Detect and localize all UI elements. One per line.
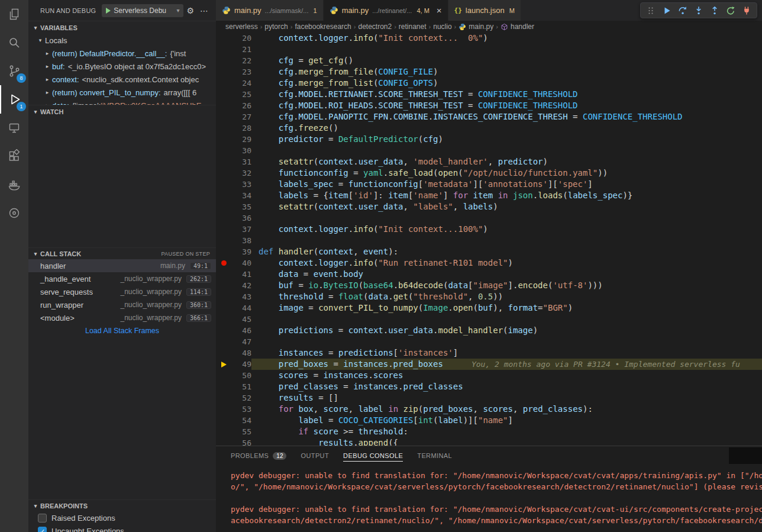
debug-console-output[interactable]: pydev debugger: unable to find translati… — [216, 465, 762, 532]
variable-row[interactable]: ▸(return) convert_PIL_to_numpy:array([[[… — [28, 86, 216, 99]
variable-row[interactable]: ▸data:{'image': 'iVBORw0KGgoAAAANSUhE — [28, 99, 216, 105]
code-line[interactable]: 52 results = [] — [216, 392, 762, 404]
activity-item-remote-explorer[interactable] — [0, 114, 28, 142]
activity-item-search[interactable] — [0, 28, 28, 57]
code-line[interactable]: 45 — [216, 314, 762, 325]
code-line[interactable]: 46 predictions = context.user_data.model… — [216, 325, 762, 336]
activity-item-run-and-debug[interactable]: 1 — [0, 85, 28, 114]
code-line[interactable]: 20 context.logger.info("Init context... … — [216, 33, 762, 44]
disconnect-icon[interactable] — [741, 5, 752, 16]
watch-section-header[interactable]: ▾ WATCH — [28, 105, 216, 118]
code-line[interactable]: 53 for box, score, label in zip(pred_box… — [216, 404, 762, 415]
code-line[interactable]: 29 predictor = DefaultPredictor(cfg) — [216, 134, 762, 145]
restart-icon[interactable] — [725, 5, 736, 16]
code-line[interactable]: 24 cfg.merge_from_list(CONFIG_OPTS) — [216, 78, 762, 89]
step-out-icon[interactable] — [709, 5, 720, 16]
code-line[interactable]: 39def handler(context, event): — [216, 246, 762, 257]
activity-item-live-share[interactable] — [0, 199, 28, 227]
start-debug-icon[interactable] — [106, 8, 111, 14]
close-icon[interactable]: × — [437, 6, 442, 15]
continue-icon[interactable] — [661, 5, 672, 16]
checkbox[interactable]: ✓ — [38, 527, 47, 532]
panel-tab-problems[interactable]: PROBLEMS12 — [231, 446, 286, 465]
code-line[interactable]: 21 — [216, 44, 762, 55]
code-line[interactable]: 56 results.append({ — [216, 437, 762, 446]
code-line[interactable]: 41 data = event.body — [216, 269, 762, 280]
line-number: 41 — [231, 269, 251, 280]
stack-frame[interactable]: <module>_nuclio_wrapper.py366:1 — [28, 311, 216, 324]
code-line[interactable]: 23 cfg.merge_from_file(CONFIG_FILE) — [216, 66, 762, 78]
breakpoint-row[interactable]: Raised Exceptions — [28, 511, 216, 524]
breadcrumb-item[interactable]: serverless — [225, 22, 258, 31]
code-line[interactable]: 22 cfg = get_cfg() — [216, 55, 762, 66]
panel-tab-terminal[interactable]: TERMINAL — [417, 446, 452, 465]
activity-item-docker[interactable] — [0, 170, 28, 199]
breadcrumb-item[interactable]: detectron2 — [358, 22, 392, 31]
activity-item-explorer[interactable] — [0, 0, 28, 28]
variables-section-header[interactable]: ▾ VARIABLES — [28, 21, 216, 34]
checkbox[interactable] — [38, 514, 47, 523]
code-line[interactable]: 38 — [216, 235, 762, 246]
code-line[interactable]: 55 if score >= threshold: — [216, 426, 762, 437]
code-line[interactable]: 33 labels_spec = functionconfig['metadat… — [216, 179, 762, 190]
code-token: ( — [418, 303, 423, 312]
variables-scope-locals[interactable]: ▾ Locals — [28, 34, 216, 47]
code-line[interactable]: 49 pred_boxes = instances.pred_boxesYou,… — [216, 359, 762, 370]
gear-icon[interactable]: ⚙ — [183, 6, 197, 15]
stack-frame[interactable]: _handle_event_nuclio_wrapper.py262:1 — [28, 272, 216, 285]
code-token: INSTANCES_CONFIDENCE_THRESH — [433, 112, 568, 121]
code-line[interactable]: 48 instances = predictions['instances'] — [216, 347, 762, 359]
breadcrumb-item[interactable]: handler — [501, 22, 534, 31]
editor-tab[interactable]: main.py.../retinanet/...4, M× — [324, 0, 448, 21]
code-token: . — [393, 280, 398, 290]
launch-config-dropdown[interactable]: Serverless Debu ▾ — [102, 4, 183, 17]
code-line[interactable]: 30 — [216, 145, 762, 156]
step-into-icon[interactable] — [693, 5, 704, 16]
panel-tab-output[interactable]: OUTPUT — [301, 446, 329, 465]
line-number: 22 — [231, 55, 251, 66]
step-over-icon[interactable] — [677, 5, 688, 16]
breadcrumb-item[interactable]: nuclio — [433, 22, 451, 31]
code-line[interactable]: 31 setattr(context.user_data, 'model_han… — [216, 156, 762, 167]
variable-row[interactable]: ▸context:<nuclio_sdk.context.Context obj… — [28, 73, 216, 86]
code-line[interactable]: 54 label = COCO_CATEGORIES[int(label)]["… — [216, 415, 762, 426]
code-line[interactable]: 42 buf = io.BytesIO(base64.b64decode(dat… — [216, 280, 762, 291]
code-line[interactable]: 43 threshold = float(data.get("threshold… — [216, 291, 762, 302]
code-line[interactable]: 26 cfg.MODEL.ROI_HEADS.SCORE_THRESH_TEST… — [216, 100, 762, 111]
variable-row[interactable]: ▸buf:<_io.BytesIO object at 0x7f5a2dc1ec… — [28, 60, 216, 73]
code-line[interactable]: 47 — [216, 336, 762, 347]
editor-tab[interactable]: main.py.../siammask/...1 — [216, 0, 323, 21]
code-line[interactable]: 35 setattr(context.user_data, "labels", … — [216, 201, 762, 212]
variable-row[interactable]: ▸(return) DefaultPredictor.__call__:{'in… — [28, 47, 216, 60]
panel-tab-label: TERMINAL — [417, 452, 452, 459]
breakpoints-section-header[interactable]: ▾ BREAKPOINTS — [28, 499, 216, 511]
activity-item-extensions[interactable] — [0, 142, 28, 170]
code-line[interactable]: 44 image = convert_PIL_to_numpy(Image.op… — [216, 302, 762, 314]
activity-item-source-control[interactable]: 8 — [0, 57, 28, 85]
breadcrumb-item[interactable]: retinanet — [399, 22, 427, 31]
code-line[interactable]: 27 cfg.MODEL.PANOPTIC_FPN.COMBINE.INSTAN… — [216, 111, 762, 122]
code-line[interactable]: 50 scores = instances.scores — [216, 370, 762, 381]
stack-frame[interactable]: handlermain.py49:1 — [28, 259, 216, 272]
code-line[interactable]: 25 cfg.MODEL.RETINANET.SCORE_THRESH_TEST… — [216, 89, 762, 100]
code-area[interactable]: 20 context.logger.info("Init context... … — [216, 33, 762, 446]
breadcrumb-item[interactable]: pytorch — [264, 22, 288, 31]
more-actions-icon[interactable]: ⋯ — [197, 6, 211, 15]
breadcrumb-item[interactable]: facebookresearch — [295, 22, 351, 31]
code-line[interactable]: 40 context.logger.info("Run retinanet-R1… — [216, 257, 762, 269]
stack-frame[interactable]: serve_requests_nuclio_wrapper.py114:1 — [28, 285, 216, 298]
editor-tab[interactable]: {}launch.jsonM — [448, 0, 521, 21]
code-line[interactable]: 28 cfg.freeze() — [216, 122, 762, 134]
code-line[interactable]: 34 labels = {item['id']: item['name'] fo… — [216, 190, 762, 201]
code-line[interactable]: 32 functionconfig = yaml.safe_load(open(… — [216, 167, 762, 179]
call-stack-section-header[interactable]: ▾ CALL STACK PAUSED ON STEP — [28, 247, 216, 259]
panel-tab-debug-console[interactable]: DEBUG CONSOLE — [343, 446, 403, 465]
breakpoint-row[interactable]: ✓Uncaught Exceptions — [28, 524, 216, 532]
code-line[interactable]: 36 — [216, 212, 762, 224]
code-line[interactable]: 51 pred_classes = instances.pred_classes — [216, 381, 762, 392]
stack-frame[interactable]: run_wrapper_nuclio_wrapper.py360:1 — [28, 298, 216, 311]
breakpoint-icon[interactable] — [221, 260, 227, 266]
load-all-stack-frames-link[interactable]: Load All Stack Frames — [28, 324, 216, 337]
breadcrumb-item[interactable]: main.py — [459, 22, 493, 31]
code-line[interactable]: 37 context.logger.info("Init context...1… — [216, 224, 762, 235]
